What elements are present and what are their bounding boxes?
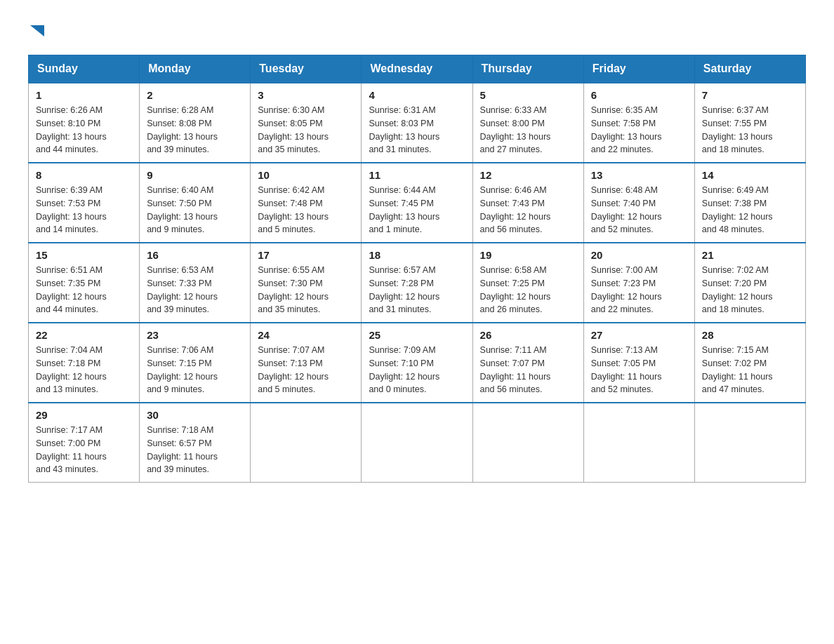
day-info: Sunrise: 6:46 AM Sunset: 7:43 PM Dayligh… [480, 184, 576, 236]
calendar-cell: 19 Sunrise: 6:58 AM Sunset: 7:25 PM Dayl… [472, 243, 583, 323]
day-number: 21 [702, 249, 798, 261]
day-info: Sunrise: 6:57 AM Sunset: 7:28 PM Dayligh… [369, 264, 465, 316]
day-number: 22 [36, 329, 132, 341]
day-info: Sunrise: 6:49 AM Sunset: 7:38 PM Dayligh… [702, 184, 798, 236]
day-info: Sunrise: 6:53 AM Sunset: 7:33 PM Dayligh… [147, 264, 243, 316]
calendar-cell: 28 Sunrise: 7:15 AM Sunset: 7:02 PM Dayl… [694, 323, 805, 403]
day-info: Sunrise: 7:09 AM Sunset: 7:10 PM Dayligh… [369, 344, 465, 396]
week-row-4: 22 Sunrise: 7:04 AM Sunset: 7:18 PM Dayl… [29, 323, 806, 403]
day-info: Sunrise: 6:31 AM Sunset: 8:03 PM Dayligh… [369, 104, 465, 156]
day-info: Sunrise: 7:13 AM Sunset: 7:05 PM Dayligh… [591, 344, 687, 396]
week-row-3: 15 Sunrise: 6:51 AM Sunset: 7:35 PM Dayl… [29, 243, 806, 323]
day-number: 13 [591, 169, 687, 181]
day-number: 3 [258, 89, 354, 101]
day-number: 5 [480, 89, 576, 101]
day-info: Sunrise: 7:17 AM Sunset: 7:00 PM Dayligh… [36, 424, 132, 476]
day-number: 7 [702, 89, 798, 101]
calendar-cell: 12 Sunrise: 6:46 AM Sunset: 7:43 PM Dayl… [472, 163, 583, 243]
day-number: 20 [591, 249, 687, 261]
calendar-table: SundayMondayTuesdayWednesdayThursdayFrid… [28, 55, 806, 483]
calendar-cell: 5 Sunrise: 6:33 AM Sunset: 8:00 PM Dayli… [472, 83, 583, 163]
calendar-cell: 22 Sunrise: 7:04 AM Sunset: 7:18 PM Dayl… [29, 323, 140, 403]
day-number: 1 [36, 89, 132, 101]
day-number: 8 [36, 169, 132, 181]
calendar-cell: 7 Sunrise: 6:37 AM Sunset: 7:55 PM Dayli… [694, 83, 805, 163]
day-info: Sunrise: 7:00 AM Sunset: 7:23 PM Dayligh… [591, 264, 687, 316]
day-number: 14 [702, 169, 798, 181]
day-info: Sunrise: 7:07 AM Sunset: 7:13 PM Dayligh… [258, 344, 354, 396]
day-number: 24 [258, 329, 354, 341]
day-info: Sunrise: 7:15 AM Sunset: 7:02 PM Dayligh… [702, 344, 798, 396]
calendar-cell: 26 Sunrise: 7:11 AM Sunset: 7:07 PM Dayl… [472, 323, 583, 403]
day-info: Sunrise: 6:39 AM Sunset: 7:53 PM Dayligh… [36, 184, 132, 236]
logo-line1 [28, 21, 46, 41]
week-row-2: 8 Sunrise: 6:39 AM Sunset: 7:53 PM Dayli… [29, 163, 806, 243]
calendar-cell: 17 Sunrise: 6:55 AM Sunset: 7:30 PM Dayl… [251, 243, 362, 323]
day-info: Sunrise: 6:35 AM Sunset: 7:58 PM Dayligh… [591, 104, 687, 156]
calendar-cell: 3 Sunrise: 6:30 AM Sunset: 8:05 PM Dayli… [251, 83, 362, 163]
calendar-cell: 11 Sunrise: 6:44 AM Sunset: 7:45 PM Dayl… [362, 163, 472, 243]
calendar-cell: 15 Sunrise: 6:51 AM Sunset: 7:35 PM Dayl… [29, 243, 140, 323]
column-header-thursday: Thursday [472, 55, 583, 83]
day-info: Sunrise: 6:48 AM Sunset: 7:40 PM Dayligh… [591, 184, 687, 236]
calendar-cell: 9 Sunrise: 6:40 AM Sunset: 7:50 PM Dayli… [140, 163, 251, 243]
calendar-cell: 18 Sunrise: 6:57 AM Sunset: 7:28 PM Dayl… [362, 243, 472, 323]
calendar-cell: 10 Sunrise: 6:42 AM Sunset: 7:48 PM Dayl… [251, 163, 362, 243]
day-number: 26 [480, 329, 576, 341]
day-info: Sunrise: 7:06 AM Sunset: 7:15 PM Dayligh… [147, 344, 243, 396]
day-info: Sunrise: 7:02 AM Sunset: 7:20 PM Dayligh… [702, 264, 798, 316]
calendar-cell: 24 Sunrise: 7:07 AM Sunset: 7:13 PM Dayl… [251, 323, 362, 403]
column-header-saturday: Saturday [694, 55, 805, 83]
column-header-sunday: Sunday [29, 55, 140, 83]
day-info: Sunrise: 6:51 AM Sunset: 7:35 PM Dayligh… [36, 264, 132, 316]
calendar-cell: 16 Sunrise: 6:53 AM Sunset: 7:33 PM Dayl… [140, 243, 251, 323]
day-number: 6 [591, 89, 687, 101]
day-info: Sunrise: 6:55 AM Sunset: 7:30 PM Dayligh… [258, 264, 354, 316]
day-number: 9 [147, 169, 243, 181]
day-info: Sunrise: 7:18 AM Sunset: 6:57 PM Dayligh… [147, 424, 243, 476]
calendar-header-row: SundayMondayTuesdayWednesdayThursdayFrid… [29, 55, 806, 83]
day-number: 18 [369, 249, 465, 261]
day-number: 16 [147, 249, 243, 261]
calendar-cell [583, 403, 694, 483]
day-number: 12 [480, 169, 576, 181]
page-header [28, 21, 806, 41]
day-info: Sunrise: 6:26 AM Sunset: 8:10 PM Dayligh… [36, 104, 132, 156]
calendar-cell: 14 Sunrise: 6:49 AM Sunset: 7:38 PM Dayl… [694, 163, 805, 243]
day-number: 29 [36, 409, 132, 421]
calendar-cell: 20 Sunrise: 7:00 AM Sunset: 7:23 PM Dayl… [583, 243, 694, 323]
logo [28, 21, 46, 41]
calendar-cell: 25 Sunrise: 7:09 AM Sunset: 7:10 PM Dayl… [362, 323, 472, 403]
day-number: 2 [147, 89, 243, 101]
calendar-cell: 27 Sunrise: 7:13 AM Sunset: 7:05 PM Dayl… [583, 323, 694, 403]
svg-marker-0 [30, 25, 44, 36]
day-info: Sunrise: 6:37 AM Sunset: 7:55 PM Dayligh… [702, 104, 798, 156]
day-number: 15 [36, 249, 132, 261]
day-info: Sunrise: 6:40 AM Sunset: 7:50 PM Dayligh… [147, 184, 243, 236]
calendar-cell: 23 Sunrise: 7:06 AM Sunset: 7:15 PM Dayl… [140, 323, 251, 403]
calendar-cell [362, 403, 472, 483]
day-number: 17 [258, 249, 354, 261]
calendar-cell: 1 Sunrise: 6:26 AM Sunset: 8:10 PM Dayli… [29, 83, 140, 163]
day-info: Sunrise: 6:30 AM Sunset: 8:05 PM Dayligh… [258, 104, 354, 156]
day-info: Sunrise: 7:04 AM Sunset: 7:18 PM Dayligh… [36, 344, 132, 396]
day-info: Sunrise: 6:33 AM Sunset: 8:00 PM Dayligh… [480, 104, 576, 156]
day-number: 25 [369, 329, 465, 341]
column-header-monday: Monday [140, 55, 251, 83]
day-info: Sunrise: 7:11 AM Sunset: 7:07 PM Dayligh… [480, 344, 576, 396]
calendar-cell: 21 Sunrise: 7:02 AM Sunset: 7:20 PM Dayl… [694, 243, 805, 323]
day-info: Sunrise: 6:44 AM Sunset: 7:45 PM Dayligh… [369, 184, 465, 236]
column-header-tuesday: Tuesday [251, 55, 362, 83]
calendar-cell: 8 Sunrise: 6:39 AM Sunset: 7:53 PM Dayli… [29, 163, 140, 243]
day-number: 10 [258, 169, 354, 181]
day-info: Sunrise: 6:28 AM Sunset: 8:08 PM Dayligh… [147, 104, 243, 156]
day-number: 11 [369, 169, 465, 181]
calendar-cell: 29 Sunrise: 7:17 AM Sunset: 7:00 PM Dayl… [29, 403, 140, 483]
calendar-cell [472, 403, 583, 483]
week-row-5: 29 Sunrise: 7:17 AM Sunset: 7:00 PM Dayl… [29, 403, 806, 483]
day-number: 28 [702, 329, 798, 341]
calendar-cell: 6 Sunrise: 6:35 AM Sunset: 7:58 PM Dayli… [583, 83, 694, 163]
calendar-cell: 4 Sunrise: 6:31 AM Sunset: 8:03 PM Dayli… [362, 83, 472, 163]
week-row-1: 1 Sunrise: 6:26 AM Sunset: 8:10 PM Dayli… [29, 83, 806, 163]
column-header-friday: Friday [583, 55, 694, 83]
